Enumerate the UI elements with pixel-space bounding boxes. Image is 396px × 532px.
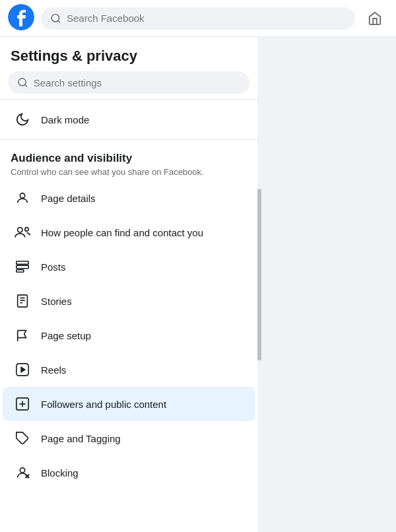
stories-label: Stories	[41, 296, 72, 307]
svg-rect-11	[18, 295, 28, 307]
svg-rect-10	[16, 270, 24, 273]
reels-icon	[13, 360, 32, 379]
menu-item-blocking[interactable]: Blocking	[3, 455, 255, 490]
divider-1	[0, 99, 257, 100]
menu-item-page-setup[interactable]: Page setup	[3, 318, 255, 352]
audience-section-subtitle: Control who can see what you share on Fa…	[11, 166, 247, 178]
find-contact-label: How people can find and contact you	[41, 227, 203, 238]
facebook-logo[interactable]	[8, 4, 34, 33]
top-header	[0, 0, 396, 37]
settings-search-icon	[17, 77, 28, 88]
dark-mode-item[interactable]: Dark mode	[3, 102, 255, 137]
scrollbar	[257, 189, 261, 360]
search-settings-input[interactable]	[34, 77, 240, 88]
svg-rect-8	[16, 261, 28, 265]
followers-label: Followers and public content	[41, 399, 166, 410]
menu-item-reels[interactable]: Reels	[3, 352, 255, 387]
menu-item-stories[interactable]: Stories	[3, 284, 255, 318]
audience-section-header: Audience and visibility Control who can …	[0, 143, 257, 181]
person-icon	[13, 189, 32, 207]
svg-point-3	[18, 79, 26, 86]
search-bar[interactable]	[41, 7, 355, 30]
svg-rect-9	[16, 265, 28, 269]
panel-title: Settings & privacy	[0, 37, 257, 71]
menu-item-posts[interactable]: Posts	[3, 249, 255, 284]
menu-item-page-tagging[interactable]: Page and Tagging	[3, 421, 255, 455]
flag-icon	[13, 326, 32, 345]
svg-point-5	[20, 193, 24, 198]
main-layout: Settings & privacy Dark mode Audience an…	[0, 37, 396, 532]
svg-marker-17	[21, 368, 25, 372]
followers-icon	[13, 395, 32, 413]
menu-item-find-contact[interactable]: How people can find and contact you	[3, 215, 255, 249]
settings-search-bar[interactable]	[8, 71, 249, 94]
posts-icon	[13, 257, 32, 276]
svg-point-22	[20, 468, 24, 473]
search-icon	[50, 13, 61, 24]
search-facebook-input[interactable]	[67, 13, 346, 24]
dark-mode-label: Dark mode	[41, 114, 89, 125]
right-panel	[257, 37, 396, 532]
reels-label: Reels	[41, 364, 66, 376]
menu-item-followers[interactable]: Followers and public content	[3, 387, 255, 421]
audience-section-title: Audience and visibility	[11, 152, 247, 165]
blocking-icon	[13, 463, 32, 482]
dark-mode-icon	[13, 110, 32, 129]
home-icon	[368, 11, 382, 26]
stories-icon	[13, 292, 32, 310]
page-tagging-label: Page and Tagging	[41, 433, 121, 444]
left-panel: Settings & privacy Dark mode Audience an…	[0, 37, 257, 532]
people-icon	[13, 223, 32, 242]
page-details-label: Page details	[41, 193, 96, 204]
page-setup-label: Page setup	[41, 330, 91, 341]
svg-line-4	[25, 84, 27, 86]
svg-point-1	[51, 14, 59, 21]
posts-label: Posts	[41, 261, 66, 273]
svg-point-6	[18, 228, 22, 232]
svg-point-7	[25, 228, 29, 232]
divider-2	[0, 139, 257, 140]
tag-icon	[13, 429, 32, 448]
svg-line-2	[58, 20, 60, 22]
home-button[interactable]	[362, 5, 388, 32]
menu-item-page-details[interactable]: Page details	[3, 181, 255, 215]
blocking-label: Blocking	[41, 467, 79, 479]
